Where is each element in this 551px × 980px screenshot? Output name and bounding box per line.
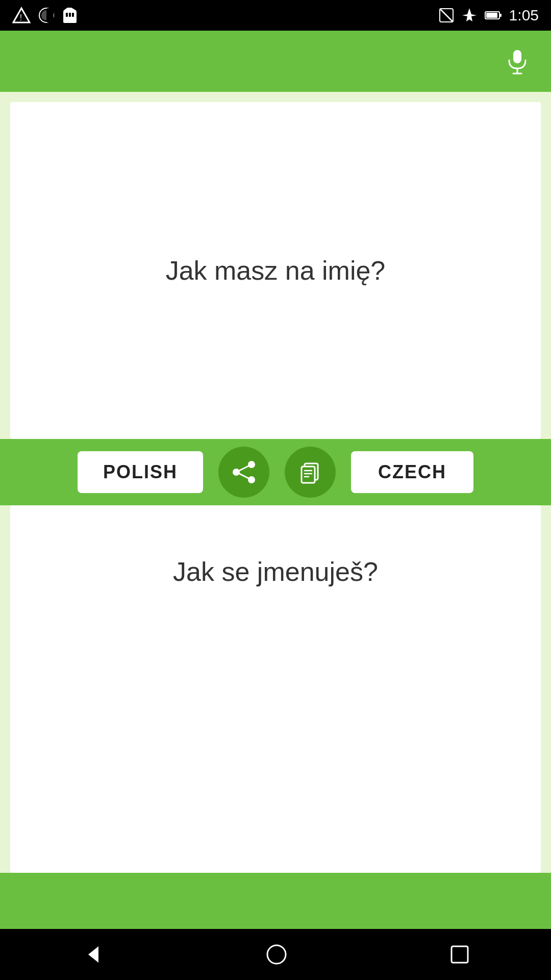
target-text: Jak se jmenuješ?	[153, 536, 398, 607]
recents-button[interactable]	[449, 944, 470, 965]
copy-button[interactable]	[285, 447, 336, 498]
svg-line-11	[440, 9, 453, 22]
language-bar: POLISH CZECH	[0, 439, 551, 505]
source-text: Jak masz na imię?	[145, 235, 406, 306]
share-button[interactable]	[218, 447, 269, 498]
warning-icon: !	[12, 6, 31, 24]
bottom-green-bar	[0, 873, 551, 929]
back-button[interactable]	[81, 943, 104, 966]
back-icon	[81, 943, 104, 966]
nav-bar	[0, 929, 551, 980]
svg-rect-13	[486, 13, 497, 18]
status-icons-right: 1:05	[439, 7, 539, 24]
home-icon	[265, 943, 288, 966]
microphone-icon	[504, 48, 531, 75]
svg-text:!: !	[20, 13, 22, 22]
svg-marker-28	[88, 946, 98, 963]
share-icon	[231, 459, 257, 485]
svg-rect-9	[72, 13, 74, 17]
status-bar: ! 1:05	[0, 0, 551, 31]
svg-rect-30	[452, 946, 468, 963]
source-text-panel[interactable]: Jak masz na imię?	[10, 102, 541, 439]
sd-card-icon	[62, 7, 78, 24]
home-button[interactable]	[265, 943, 288, 966]
svg-rect-4	[46, 8, 54, 22]
status-icons-left: !	[12, 6, 78, 24]
svg-marker-6	[63, 8, 77, 11]
main-content: Jak masz na imię? POLISH CZECH	[0, 92, 551, 929]
status-time: 1:05	[509, 7, 539, 24]
battery-icon	[485, 10, 502, 20]
svg-line-22	[236, 472, 252, 480]
target-language-button[interactable]: CZECH	[351, 451, 473, 493]
svg-point-29	[267, 945, 286, 964]
recents-icon	[449, 944, 470, 965]
svg-rect-7	[66, 13, 68, 17]
svg-rect-14	[500, 14, 502, 17]
svg-rect-15	[513, 50, 521, 63]
no-sim-icon	[439, 8, 454, 23]
target-text-panel[interactable]: Jak se jmenuješ?	[10, 505, 541, 873]
svg-rect-24	[302, 467, 315, 483]
source-language-button[interactable]: POLISH	[78, 451, 203, 493]
svg-line-21	[236, 464, 252, 472]
svg-rect-8	[69, 13, 71, 17]
microphone-button[interactable]	[504, 48, 531, 75]
airplane-icon	[461, 7, 478, 23]
copy-icon	[297, 459, 323, 485]
moon-icon	[38, 7, 55, 24]
app-bar	[0, 31, 551, 92]
